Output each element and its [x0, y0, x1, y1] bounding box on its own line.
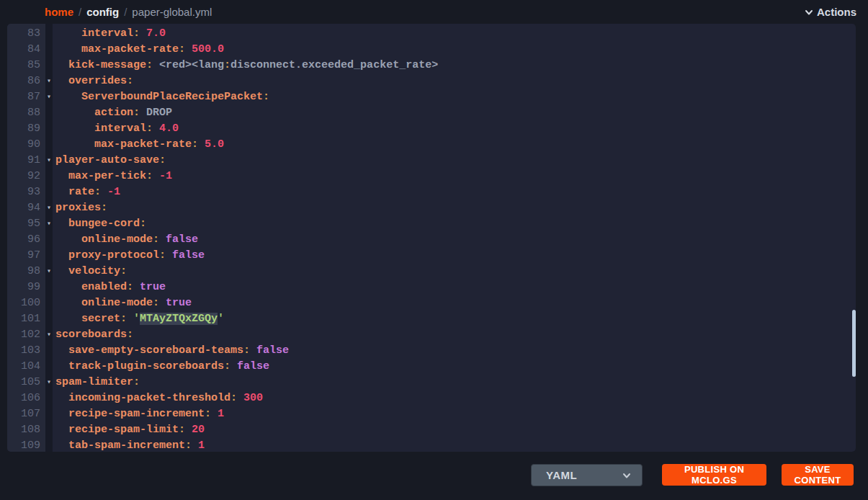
line-number: 99: [7, 280, 40, 295]
fold-toggle-icon[interactable]: ▾: [43, 375, 55, 390]
code-text: max-packet-rate: 5.0: [55, 137, 224, 153]
code-line[interactable]: 101 secret: 'MTAyZTQxZGQy': [7, 311, 856, 327]
line-number: 84: [7, 42, 40, 58]
breadcrumb-config-link[interactable]: config: [86, 6, 119, 18]
code-line[interactable]: 105▾spam-limiter:: [7, 375, 856, 390]
line-number: 97: [7, 248, 40, 264]
line-number: 102: [7, 327, 40, 343]
code-line[interactable]: 92 max-per-tick: -1: [7, 169, 856, 184]
code-text: proxies:: [55, 200, 107, 216]
fold-toggle-icon[interactable]: ▾: [43, 216, 55, 232]
code-line[interactable]: 98▾ velocity:: [7, 264, 856, 280]
code-line[interactable]: 95▾ bungee-cord:: [7, 216, 856, 232]
code-text: online-mode: true: [55, 295, 192, 311]
breadcrumb-separator: /: [79, 6, 81, 18]
code-line[interactable]: 86▾ overrides:: [7, 73, 856, 89]
line-number: 90: [7, 137, 40, 153]
line-number: 106: [7, 390, 40, 406]
file-editor-page: home / config / paper-global.yml Actions…: [0, 0, 868, 500]
code-line[interactable]: 87▾ ServerboundPlaceRecipePacket:: [7, 89, 856, 105]
fold-toggle-icon[interactable]: ▾: [43, 327, 55, 343]
code-text: max-per-tick: -1: [55, 169, 172, 184]
fold-toggle-icon[interactable]: ▾: [43, 153, 55, 169]
actions-label: Actions: [817, 6, 856, 18]
line-number: 86: [7, 73, 40, 89]
code-line[interactable]: 90 max-packet-rate: 5.0: [7, 137, 856, 153]
chevron-down-icon: [804, 7, 814, 17]
code-text: velocity:: [55, 264, 127, 280]
line-number: 89: [7, 121, 40, 137]
code-line[interactable]: 97 proxy-protocol: false: [7, 248, 856, 264]
breadcrumb-current-file: paper-global.yml: [132, 6, 212, 18]
code-text: action: DROP: [55, 105, 172, 121]
code-line[interactable]: 109 tab-spam-increment: 1: [7, 438, 856, 452]
code-line[interactable]: 96 online-mode: false: [7, 232, 856, 248]
language-select[interactable]: YAML: [531, 464, 643, 486]
code-lines: 83 interval: 7.084 max-packet-rate: 500.…: [7, 26, 856, 452]
breadcrumb: home / config / paper-global.yml: [45, 0, 212, 24]
breadcrumb-home-link[interactable]: home: [45, 6, 73, 18]
code-line[interactable]: 94▾proxies:: [7, 200, 856, 216]
code-text: scoreboards:: [55, 327, 133, 343]
line-number: 85: [7, 58, 40, 73]
code-line[interactable]: 89 interval: 4.0: [7, 121, 856, 137]
code-line[interactable]: 88 action: DROP: [7, 105, 856, 121]
code-line[interactable]: 83 interval: 7.0: [7, 26, 856, 42]
fold-toggle-icon[interactable]: ▾: [43, 89, 55, 105]
code-line[interactable]: 99 enabled: true: [7, 280, 856, 295]
breadcrumb-separator: /: [124, 6, 127, 18]
code-text: max-packet-rate: 500.0: [55, 42, 224, 58]
code-line[interactable]: 108 recipe-spam-limit: 20: [7, 422, 856, 438]
code-line[interactable]: 85 kick-message: <red><lang:disconnect.e…: [7, 58, 856, 73]
code-text: recipe-spam-limit: 20: [55, 422, 205, 438]
code-line[interactable]: 84 max-packet-rate: 500.0: [7, 42, 856, 58]
actions-menu-button[interactable]: Actions: [804, 0, 856, 24]
code-text: interval: 7.0: [55, 26, 166, 42]
code-line[interactable]: 102▾scoreboards:: [7, 327, 856, 343]
code-text: kick-message: <red><lang:disconnect.exce…: [55, 58, 438, 73]
code-text: online-mode: false: [55, 232, 198, 248]
line-number: 105: [7, 375, 40, 390]
code-text: bungee-cord:: [55, 216, 146, 232]
code-text: proxy-protocol: false: [55, 248, 205, 264]
code-line[interactable]: 93 rate: -1: [7, 184, 856, 200]
code-text: rate: -1: [55, 184, 120, 200]
line-number: 95: [7, 216, 40, 232]
fold-toggle-icon[interactable]: ▾: [43, 73, 55, 89]
code-line[interactable]: 91▾player-auto-save:: [7, 153, 856, 169]
code-text: secret: 'MTAyZTQxZGQy': [55, 311, 224, 327]
line-number: 98: [7, 264, 40, 280]
line-number: 88: [7, 105, 40, 121]
code-text: track-plugin-scoreboards: false: [55, 359, 269, 375]
code-text: spam-limiter:: [55, 375, 140, 390]
line-number: 100: [7, 295, 40, 311]
line-number: 94: [7, 200, 40, 216]
code-text: enabled: true: [55, 280, 166, 295]
code-text: recipe-spam-increment: 1: [55, 406, 224, 422]
line-number: 92: [7, 169, 40, 184]
publish-on-mclogs-button[interactable]: PUBLISH ON MCLO.GS: [662, 464, 766, 486]
scrollbar-thumb[interactable]: [852, 310, 856, 377]
chevron-down-icon: [622, 470, 632, 481]
language-select-value: YAML: [546, 469, 577, 481]
line-number: 96: [7, 232, 40, 248]
code-line[interactable]: 100 online-mode: true: [7, 295, 856, 311]
line-number: 101: [7, 311, 40, 327]
code-line[interactable]: 104 track-plugin-scoreboards: false: [7, 359, 856, 375]
code-text: overrides:: [55, 73, 133, 89]
code-text: player-auto-save:: [55, 153, 166, 169]
line-number: 93: [7, 184, 40, 200]
code-text: tab-spam-increment: 1: [55, 438, 205, 452]
code-editor[interactable]: 83 interval: 7.084 max-packet-rate: 500.…: [7, 24, 856, 452]
code-text: incoming-packet-threshold: 300: [55, 390, 263, 406]
line-number: 107: [7, 406, 40, 422]
fold-toggle-icon[interactable]: ▾: [43, 264, 55, 280]
top-bar: home / config / paper-global.yml Actions: [0, 0, 868, 24]
code-line[interactable]: 106 incoming-packet-threshold: 300: [7, 390, 856, 406]
code-line[interactable]: 103 save-empty-scoreboard-teams: false: [7, 343, 856, 359]
line-number: 87: [7, 89, 40, 105]
save-content-button[interactable]: SAVE CONTENT: [782, 464, 854, 486]
code-line[interactable]: 107 recipe-spam-increment: 1: [7, 406, 856, 422]
code-text: interval: 4.0: [55, 121, 179, 137]
fold-toggle-icon[interactable]: ▾: [43, 200, 55, 216]
